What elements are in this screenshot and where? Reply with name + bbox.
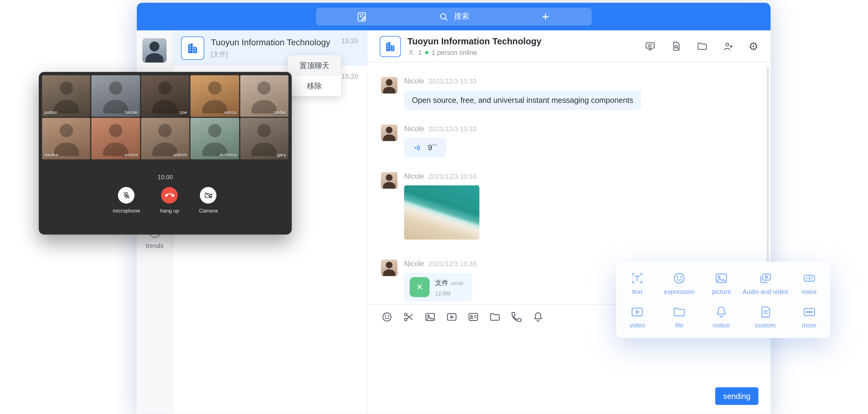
video-button[interactable] xyxy=(446,311,458,323)
participant-video[interactable]: Anthony xyxy=(190,118,239,160)
call-timer: 10:00 xyxy=(39,174,292,181)
panel-item-more[interactable]: more xyxy=(802,305,816,328)
menu-item-pin-chat[interactable]: 置顶聊天 xyxy=(288,56,341,76)
bell-icon xyxy=(532,311,544,323)
participant-video[interactable]: venus xyxy=(190,75,239,117)
chat-actions: ⚙ xyxy=(645,40,758,52)
group-avatar xyxy=(181,37,204,60)
image-message-beach-photo[interactable] xyxy=(404,185,479,240)
add-member-button[interactable] xyxy=(722,40,734,52)
panel-item-audio-video[interactable]: Audio and video xyxy=(743,272,788,295)
settings-icon[interactable]: ⚙ xyxy=(748,41,758,52)
participant-video[interactable]: aldrich xyxy=(141,118,190,160)
folder-icon xyxy=(696,40,708,52)
message-time: 2021/12/3 10:33 xyxy=(429,172,476,180)
meeting-icon xyxy=(645,40,656,52)
conversation-title: Tuoyun Information Technology xyxy=(211,37,359,47)
sender-avatar[interactable] xyxy=(381,172,398,189)
scissors-icon xyxy=(403,311,415,323)
avatar-photo xyxy=(381,259,398,276)
message-bubble[interactable]: Open source, free, and universal instant… xyxy=(404,90,641,110)
online-status: 1 person online xyxy=(432,49,477,56)
emoji-button[interactable] xyxy=(381,311,393,323)
voice-icon xyxy=(413,142,423,153)
chat-subtitle: 1 1 person online xyxy=(407,49,541,56)
file-message-card[interactable]: 文件.excel 12.8M xyxy=(404,273,472,301)
participant-video[interactable]: ernest xyxy=(92,118,140,160)
file-button[interactable] xyxy=(489,311,501,323)
custom-icon xyxy=(758,305,773,319)
panel-item-picture[interactable]: picture xyxy=(712,272,731,295)
menu-item-remove[interactable]: 移除 xyxy=(288,76,341,96)
my-avatar[interactable] xyxy=(143,38,167,63)
file-ext: .excel xyxy=(450,280,463,286)
panel-item-expression[interactable]: expression xyxy=(664,272,695,295)
hang-up-button[interactable] xyxy=(161,187,178,203)
send-button[interactable]: sending xyxy=(715,387,758,405)
app-top-bar: 搜索 + xyxy=(137,3,771,31)
conversation-context-menu: 置顶聊天 移除 xyxy=(288,56,341,96)
video-file-icon xyxy=(446,311,458,323)
chat-header: Tuoyun Information Technology 1 1 person… xyxy=(367,31,770,63)
panel-item-notice[interactable]: notice xyxy=(713,305,730,328)
camera-off-icon xyxy=(204,191,213,200)
screenshot-button[interactable] xyxy=(403,311,415,323)
chat-title: Tuoyun Information Technology xyxy=(407,36,541,46)
notes-icon xyxy=(356,11,368,23)
participant-video[interactable]: patton xyxy=(42,75,90,117)
notice-icon xyxy=(714,305,729,319)
sender-avatar[interactable] xyxy=(381,259,398,276)
participant-video[interactable]: Nicole xyxy=(92,75,140,117)
participant-video[interactable]: stellar xyxy=(240,75,288,117)
camera-button[interactable] xyxy=(200,187,217,203)
sender-avatar[interactable] xyxy=(381,77,398,94)
message-meta: Nicole 2021/12/3 10:33 xyxy=(404,77,641,85)
message-image: Nicole 2021/12/3 10:33 xyxy=(381,172,757,240)
contact-card-button[interactable] xyxy=(467,311,479,323)
audio-video-icon xyxy=(758,272,773,286)
voice-message-bubble[interactable]: 9`` xyxy=(404,138,446,158)
video-call-panel: patton Nicole zoe venus stellar danika e… xyxy=(39,72,292,234)
participant-video[interactable]: danika xyxy=(42,118,90,160)
file-search-icon xyxy=(671,40,682,52)
search-placeholder: 搜索 xyxy=(454,12,469,22)
image-button[interactable] xyxy=(424,311,436,323)
online-dot xyxy=(425,51,429,54)
conversation-time: 15:20 xyxy=(342,72,358,80)
mute-microphone-button[interactable] xyxy=(118,187,135,203)
message-voice: Nicole 2021/12/3 10:33 9`` xyxy=(381,124,757,158)
notes-button[interactable] xyxy=(316,8,408,25)
picture-icon xyxy=(714,272,729,286)
app-stage: 搜索 + trends xyxy=(0,0,868,414)
notice-button[interactable] xyxy=(532,311,544,323)
participant-video[interactable]: zoe xyxy=(141,75,190,117)
chat-panel: Tuoyun Information Technology 1 1 person… xyxy=(367,31,770,414)
panel-item-text[interactable]: text xyxy=(630,272,645,295)
panel-item-video[interactable]: video xyxy=(630,305,645,328)
plus-icon: + xyxy=(542,10,549,23)
panel-item-custom[interactable]: custom xyxy=(755,305,776,328)
sender-name: Nicole xyxy=(404,259,424,268)
participant-video[interactable]: gary xyxy=(240,118,288,160)
call-controls: microphone hang up Camera xyxy=(39,187,292,214)
files-button[interactable] xyxy=(696,40,708,52)
panel-item-file[interactable]: file xyxy=(672,305,687,328)
voice-icon xyxy=(802,272,816,286)
search-box[interactable]: 搜索 xyxy=(408,8,500,25)
meeting-button[interactable] xyxy=(645,40,656,52)
folder-icon xyxy=(489,311,501,323)
search-history-button[interactable] xyxy=(671,40,682,52)
members-icon xyxy=(407,49,414,56)
message-time: 2021/12/3 10:33 xyxy=(429,125,476,133)
video-icon xyxy=(630,305,645,319)
sender-avatar[interactable] xyxy=(381,124,398,141)
call-button[interactable] xyxy=(510,311,523,323)
microphone-label: microphone xyxy=(113,207,140,214)
add-button[interactable]: + xyxy=(500,8,591,25)
phone-icon xyxy=(510,311,523,323)
panel-item-voice[interactable]: voice xyxy=(802,272,816,295)
hang-up-icon xyxy=(165,191,175,200)
chat-scrollbar[interactable] xyxy=(767,67,769,284)
more-icon xyxy=(802,305,816,319)
picture-icon xyxy=(424,311,436,323)
